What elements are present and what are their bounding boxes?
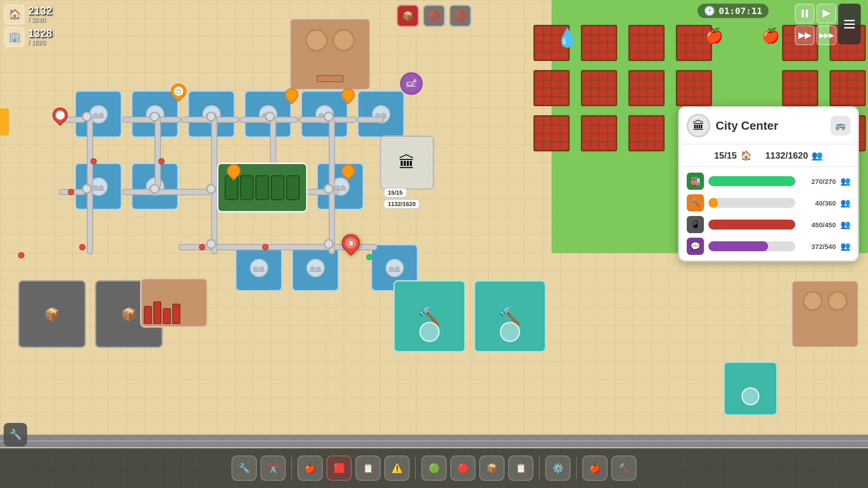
pop-count: 1132/1620 xyxy=(388,201,415,207)
panel-info-button[interactable]: 🚌 xyxy=(830,116,850,136)
farm-plot xyxy=(533,70,570,106)
tool-clipboard-2[interactable]: 📋 xyxy=(508,455,533,481)
pipe-node xyxy=(324,112,334,122)
storage-tile[interactable] xyxy=(140,278,208,328)
water-icon: 💧 xyxy=(556,27,579,48)
menu-button[interactable] xyxy=(838,4,861,44)
clock-icon: 🕐 xyxy=(704,5,715,16)
workshop-tile[interactable]: 🔨 xyxy=(393,280,466,352)
farm-plot xyxy=(628,115,665,151)
workers-max: / 1620 xyxy=(28,39,52,46)
pipe-v xyxy=(329,117,335,189)
map-tool-1[interactable]: 🔧 xyxy=(4,423,27,446)
red-selected-pin[interactable]: 📋 xyxy=(342,234,360,252)
pause-button[interactable] xyxy=(795,4,815,23)
pipe-v xyxy=(211,117,217,189)
pipe-node xyxy=(324,239,334,249)
pop-current: 1132/1620 xyxy=(765,150,808,161)
pipe-node xyxy=(265,112,275,122)
purple-res-bar-container xyxy=(708,241,795,251)
buildings-count: 15/15 xyxy=(388,189,403,196)
tool-hammer-right[interactable]: 🔨 xyxy=(611,455,637,481)
pop-icon: 👥 xyxy=(811,150,823,161)
pipe-v xyxy=(87,189,93,254)
population-current: 2132 xyxy=(28,5,52,16)
apple-icon: 🍎 xyxy=(705,27,723,44)
left-sidebar-handle[interactable] xyxy=(0,108,9,136)
faster-button[interactable]: ▶▶▶ xyxy=(816,25,836,45)
orange-pin-5 xyxy=(341,164,355,178)
green-res-bar-container xyxy=(708,176,795,186)
buildings-current: 15/15 xyxy=(714,150,737,161)
red-resource-row: 📱 450/450 👥 xyxy=(687,216,850,233)
toolbar-gray-btn-1[interactable]: ⭕ xyxy=(423,5,445,27)
pipe-node xyxy=(82,184,92,194)
residential-tile[interactable]: 🏘 xyxy=(316,163,364,210)
red-res-bar xyxy=(708,220,795,230)
residential-tile[interactable]: 🏘 xyxy=(357,90,405,138)
pipe-h xyxy=(357,117,384,123)
tool-box[interactable]: 📦 xyxy=(479,455,505,481)
farm-plot xyxy=(628,70,665,106)
farm-plot xyxy=(581,25,617,61)
toolbar-separator-4 xyxy=(576,457,577,479)
farm-plot xyxy=(628,25,665,61)
house-stat-icon: 🏠 xyxy=(5,5,24,24)
pipe-v xyxy=(87,117,93,189)
orange-pin-2 xyxy=(285,88,298,102)
tile-pop-bubble: 1132/1620 xyxy=(383,199,420,209)
tool-red-cube[interactable]: 🟥 xyxy=(326,455,352,481)
tool-apple-2[interactable]: 🍎 xyxy=(582,455,608,481)
tool-scissors[interactable]: ✂️ xyxy=(260,455,286,481)
tool-clipboard[interactable]: 📋 xyxy=(355,455,381,481)
apple-icon: 🍎 xyxy=(762,27,780,44)
farm-plot xyxy=(581,70,617,106)
panel-resource-bars: 🏭 270/270 👥 🔨 40/360 👥 📱 xyxy=(679,167,858,260)
tool-green-circle[interactable]: 🟢 xyxy=(421,455,447,481)
tool-red-circle[interactable]: 🔴 xyxy=(450,455,476,481)
pipe-node xyxy=(206,112,216,122)
pipe-node xyxy=(150,184,160,194)
farm-plot xyxy=(830,70,866,106)
timer-area: 🕐 01:07:11 xyxy=(698,4,769,18)
play-button[interactable] xyxy=(816,4,836,23)
purple-res-icon: 💬 xyxy=(687,238,704,255)
top-center-toolbar: 📦 ⭕ ⭕ xyxy=(396,5,472,27)
industrial-tile[interactable]: 📦 xyxy=(18,280,86,348)
residential-tile[interactable]: 🏘 xyxy=(75,163,122,210)
green-res-people-icon: 👥 xyxy=(840,176,850,186)
city-center-tile[interactable]: 🏛 xyxy=(380,136,434,190)
fast-forward-button[interactable]: ▶▶ xyxy=(795,25,815,45)
red-pipe-dot xyxy=(18,252,24,258)
residential-tile[interactable]: 🏘 xyxy=(75,90,122,138)
pipe-node xyxy=(206,184,216,194)
tool-wrench[interactable]: 🔧 xyxy=(231,455,257,481)
toolbar-gray-btn-2[interactable]: ⭕ xyxy=(449,5,472,27)
storage-tile[interactable] xyxy=(791,280,859,348)
tool-gear[interactable]: ⚙️ xyxy=(545,455,571,481)
workshop-tile[interactable]: 🔨 xyxy=(474,280,546,352)
city-center-panel: 🏛 City Center 🚌 15/15 🏠 1132/1620 👥 🏭 27… xyxy=(678,106,859,262)
farm-plot xyxy=(676,70,712,106)
red-res-people-icon: 👥 xyxy=(840,220,850,230)
tool-apple[interactable]: 🍎 xyxy=(297,455,323,481)
farm-plot xyxy=(533,115,570,151)
workshop-tile[interactable] xyxy=(723,361,778,416)
green-resource-row: 🏭 270/270 👥 xyxy=(687,173,850,190)
orange-res-people-icon: 👥 xyxy=(840,198,850,208)
tool-warning[interactable]: ⚠️ xyxy=(384,455,410,481)
red-pipe-dot xyxy=(90,158,97,164)
red-pipe-dot xyxy=(158,158,165,164)
residential-tile[interactable]: 🏘 xyxy=(235,244,283,291)
purple-res-bar xyxy=(708,241,768,251)
farm-plot xyxy=(782,70,818,106)
orange-res-bar-container xyxy=(708,198,795,208)
city-center-title: City Center xyxy=(716,119,825,133)
toolbar-red-btn[interactable]: 📦 xyxy=(396,5,419,27)
toolbar-separator-2 xyxy=(415,457,416,479)
pipe-node xyxy=(324,184,334,194)
workers-stat-icon: 🏢 xyxy=(5,27,24,47)
storage-tile[interactable] xyxy=(289,18,371,90)
buildings-icon: 🏠 xyxy=(741,150,752,161)
red-pipe-dot xyxy=(79,244,85,250)
